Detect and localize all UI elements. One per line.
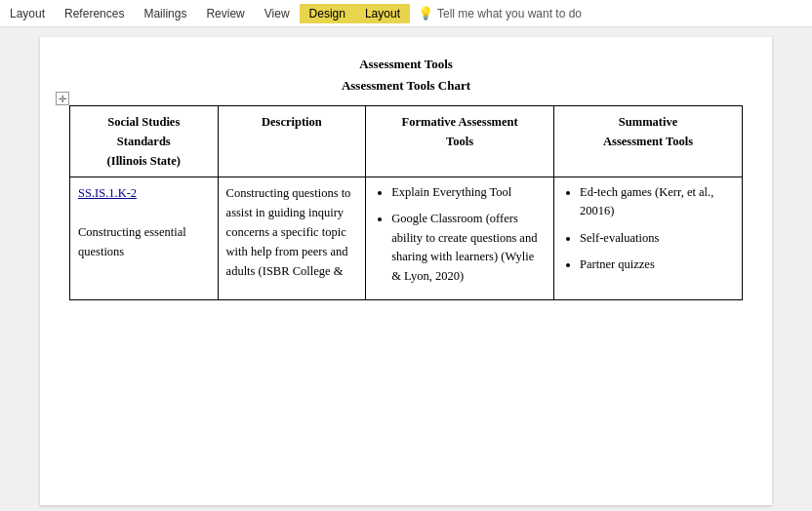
header-formative-line2: Tools [446,135,473,148]
menu-review[interactable]: Review [196,4,254,23]
menu-design[interactable]: Design [300,4,355,23]
menubar: Layout References Mailings Review View D… [0,0,812,27]
cell-formative: Explain Everything Tool Google Classroom… [366,177,554,300]
tell-me-text: Tell me what you want to do [437,7,582,20]
header-summative-line2: Assessment Tools [603,135,693,148]
cell-summative: Ed-tech games (Kerr, et al., 20016) Self… [554,177,743,300]
list-item: Explain Everything Tool [391,183,546,202]
summative-list: Ed-tech games (Kerr, et al., 20016) Self… [562,183,734,275]
menu-layout2[interactable]: Layout [355,4,410,23]
assessment-table: Social Studies Standards (Illinois State… [69,105,743,300]
document-area: Assessment Tools Assessment Tools Chart … [0,27,812,511]
menu-view[interactable]: View [255,4,300,23]
standard-code: SS.IS.1.K-2 [78,186,137,200]
list-item: Partner quizzes [580,256,734,274]
document-page: Assessment Tools Assessment Tools Chart … [40,37,772,505]
tell-me-bar[interactable]: 💡 Tell me what you want to do [418,6,582,20]
header-social-line3: (Illinois State) [107,154,181,168]
table-container: ✛ Social Studies Standards (Illinois Sta… [69,105,743,300]
menu-mailings[interactable]: Mailings [134,4,196,23]
description-text: Constructing questions to assist in guid… [226,186,351,278]
standard-desc: Constructing essential questions [78,225,186,258]
list-item: Self-evaluations [580,229,734,248]
header-social-line2: Standards [117,135,171,148]
document-title: Assessment Tools [69,57,743,72]
list-item: Ed-tech games (Kerr, et al., 20016) [580,183,734,221]
list-item: Google Classroom (offers ability to crea… [391,210,546,286]
cell-standard: SS.IS.1.K-2 Constructing essential quest… [70,177,219,300]
header-desc-label: Description [262,115,322,129]
lightbulb-icon: 💡 [418,6,433,20]
header-social-line1: Social Studies [107,115,180,129]
header-description: Description [218,106,366,177]
header-formative: Formative Assessment Tools [366,106,554,177]
header-social: Social Studies Standards (Illinois State… [70,106,219,177]
table-move-handle[interactable]: ✛ [56,92,69,105]
table-header-row: Social Studies Standards (Illinois State… [70,106,743,177]
header-formative-line1: Formative Assessment [402,115,518,129]
menu-layout1[interactable]: Layout [0,4,55,23]
document-subtitle: Assessment Tools Chart [69,78,743,94]
table-row: SS.IS.1.K-2 Constructing essential quest… [70,177,743,300]
menu-references[interactable]: References [55,4,134,23]
header-summative-line1: Summative [619,115,677,129]
header-summative: Summative Assessment Tools [554,106,743,177]
cell-description: Constructing questions to assist in guid… [218,177,366,300]
formative-list: Explain Everything Tool Google Classroom… [374,183,546,286]
